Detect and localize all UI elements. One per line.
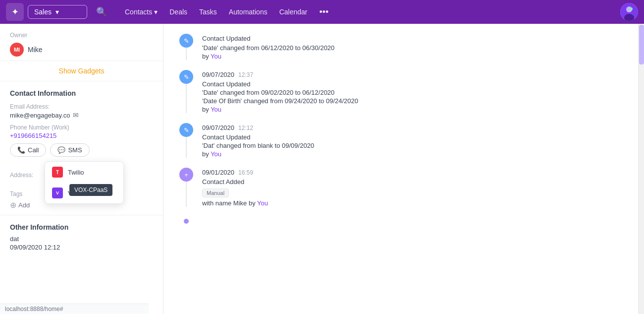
sms-provider-dropdown: T Twilio V VOX-CPaaS bbox=[45, 161, 124, 204]
edit-dot-2: ✎ bbox=[179, 123, 193, 137]
dat-label: dat bbox=[10, 235, 153, 243]
you-link-1[interactable]: You bbox=[211, 106, 221, 113]
vox-tooltip: VOX-CPaaS bbox=[69, 184, 112, 196]
timeline-content-3: 09/01/2020 16:59 Contact Added Manual wi… bbox=[202, 168, 623, 207]
owner-avatar: MI bbox=[10, 43, 24, 57]
scrollbar[interactable] bbox=[638, 24, 644, 314]
contact-info-section: Contact Information Email Address: mike@… bbox=[0, 81, 163, 172]
main-layout: Owner MI Mike Show Gadgets Contact Infor… bbox=[0, 24, 644, 314]
nav-link-deals[interactable]: Deals bbox=[164, 5, 192, 19]
entry-date-3: 09/01/2020 bbox=[202, 169, 234, 176]
edit-dot-1: ✎ bbox=[179, 70, 193, 84]
entry-date-0: Contact Updated bbox=[202, 35, 251, 42]
timeline-line-2: ✎ bbox=[178, 123, 194, 158]
timeline-end bbox=[178, 217, 623, 224]
entry-date-2: 09/07/2020 bbox=[202, 124, 234, 131]
email-icon: ✉ bbox=[73, 111, 79, 119]
entry-time-3: 16:59 bbox=[238, 169, 253, 176]
user-avatar[interactable] bbox=[620, 3, 638, 21]
nav-link-contacts[interactable]: Contacts ▾ bbox=[120, 5, 162, 19]
phone-icon: 📞 bbox=[17, 146, 25, 154]
status-bar: localhost:8888/home# bbox=[0, 304, 149, 314]
timeline-entry-2: ✎ 09/07/2020 12:12 Contact Updated 'Dat'… bbox=[178, 123, 623, 158]
event-title-3: Contact Added bbox=[202, 178, 623, 186]
chevron-down-icon: ▾ bbox=[55, 8, 59, 16]
entry-time-1: 12:37 bbox=[238, 71, 253, 78]
timeline-content-0: Contact Updated 'Date' changed from 06/1… bbox=[202, 34, 623, 60]
email-row: mike@engagebay.co ✉ bbox=[10, 111, 153, 119]
call-button[interactable]: 📞 Call bbox=[10, 143, 46, 157]
vox-icon: V bbox=[52, 188, 63, 198]
top-navigation: ✦ Sales ▾ 🔍 Contacts ▾ Deals Tasks Autom… bbox=[0, 0, 644, 24]
chevron-down-icon: ▾ bbox=[154, 8, 158, 16]
timeline-header-0: Contact Updated bbox=[202, 35, 623, 42]
owner-row: MI Mike bbox=[10, 43, 153, 57]
timeline-entry-0: ✎ Contact Updated 'Date' changed from 06… bbox=[178, 34, 623, 60]
other-info-title: Other Information bbox=[10, 223, 153, 231]
timeline-by-2: by You bbox=[202, 150, 623, 158]
edit-dot: ✎ bbox=[179, 34, 193, 48]
add-dot-3: + bbox=[179, 168, 193, 182]
end-dot bbox=[184, 219, 189, 224]
event-title-2: Contact Updated bbox=[202, 133, 623, 141]
email-value: mike@engagebay.co bbox=[10, 112, 70, 119]
phone-value: +919666154215 bbox=[10, 132, 153, 139]
app-logo[interactable]: ✦ bbox=[6, 3, 24, 21]
nav-link-automations[interactable]: Automations bbox=[224, 5, 272, 19]
scrollbar-thumb[interactable] bbox=[639, 25, 644, 64]
timeline-detail-1a: 'Date' changed from 09/02/2020 to 06/12/… bbox=[202, 89, 623, 96]
owner-name: Mike bbox=[28, 46, 43, 54]
nav-link-calendar[interactable]: Calendar bbox=[274, 5, 313, 19]
nav-links: Contacts ▾ Deals Tasks Automations Calen… bbox=[120, 4, 333, 20]
timeline: ✎ Contact Updated 'Date' changed from 06… bbox=[163, 24, 638, 234]
show-gadgets-button[interactable]: Show Gadgets bbox=[59, 67, 105, 75]
timeline-detail-1b: 'Date Of Birth' changed from 09/24/2020 … bbox=[202, 97, 623, 105]
phone-label: Phone Number (Work) bbox=[10, 124, 153, 131]
timeline-header-1: 09/07/2020 12:37 bbox=[202, 71, 623, 78]
you-link-0[interactable]: You bbox=[211, 53, 221, 60]
sms-icon: 💬 bbox=[57, 146, 65, 154]
timeline-by-0: by You bbox=[202, 53, 623, 60]
nav-link-tasks[interactable]: Tasks bbox=[194, 5, 222, 19]
timeline-connector bbox=[186, 48, 187, 60]
owner-section: Owner MI Mike bbox=[0, 24, 163, 61]
timeline-content-2: 09/07/2020 12:12 Contact Updated 'Dat' c… bbox=[202, 123, 623, 158]
timeline-connector-2 bbox=[186, 137, 187, 158]
timeline-detail-0a: 'Date' changed from 06/12/2020 to 06/30/… bbox=[202, 44, 623, 52]
end-dot-container bbox=[178, 217, 194, 224]
other-info-section: Other Information dat 09/09/2020 12:12 bbox=[0, 215, 163, 259]
email-label: Email Address: bbox=[10, 103, 153, 110]
timeline-by-1: by You bbox=[202, 106, 623, 113]
timeline-line-1: ✎ bbox=[178, 70, 194, 113]
action-buttons: 📞 Call 💬 SMS T Twilio V VOX-CPaaS bbox=[10, 143, 153, 157]
dat-value: 09/09/2020 12:12 bbox=[10, 244, 153, 251]
you-link-3[interactable]: You bbox=[257, 199, 268, 207]
app-switcher-dropdown[interactable]: Sales ▾ bbox=[28, 5, 87, 19]
timeline-content-1: 09/07/2020 12:37 Contact Updated 'Date' … bbox=[202, 70, 623, 113]
entry-date-1: 09/07/2020 bbox=[202, 71, 234, 78]
timeline-header-3: 09/01/2020 16:59 bbox=[202, 169, 623, 176]
you-link-2[interactable]: You bbox=[211, 150, 221, 158]
more-menu-button[interactable]: ••• bbox=[315, 4, 334, 20]
sms-twilio-option[interactable]: T Twilio bbox=[45, 162, 123, 183]
svg-point-3 bbox=[630, 7, 633, 10]
timeline-line-0: ✎ bbox=[178, 34, 194, 60]
timeline-connector-3 bbox=[186, 182, 187, 207]
timeline-entry-1: ✎ 09/07/2020 12:37 Contact Updated 'Date… bbox=[178, 70, 623, 113]
event-title-1: Contact Updated bbox=[202, 80, 623, 88]
timeline-line-3: + bbox=[178, 168, 194, 207]
content-area: ✎ Contact Updated 'Date' changed from 06… bbox=[163, 24, 638, 314]
manual-badge: Manual bbox=[202, 188, 229, 197]
timeline-header-2: 09/07/2020 12:12 bbox=[202, 124, 623, 131]
search-button[interactable]: 🔍 bbox=[91, 3, 112, 20]
entry-time-2: 12:12 bbox=[238, 125, 253, 131]
timeline-entry-3: + 09/01/2020 16:59 Contact Added Manual … bbox=[178, 168, 623, 207]
show-gadgets-section: Show Gadgets bbox=[0, 61, 163, 81]
timeline-by-3: with name Mike by You bbox=[202, 199, 623, 207]
sms-button[interactable]: 💬 SMS bbox=[50, 143, 89, 157]
sidebar: Owner MI Mike Show Gadgets Contact Infor… bbox=[0, 24, 163, 314]
timeline-connector-1 bbox=[186, 84, 187, 113]
contact-info-title: Contact Information bbox=[10, 89, 153, 97]
twilio-icon: T bbox=[52, 167, 63, 178]
plus-circle-icon: ⊕ bbox=[10, 200, 16, 210]
